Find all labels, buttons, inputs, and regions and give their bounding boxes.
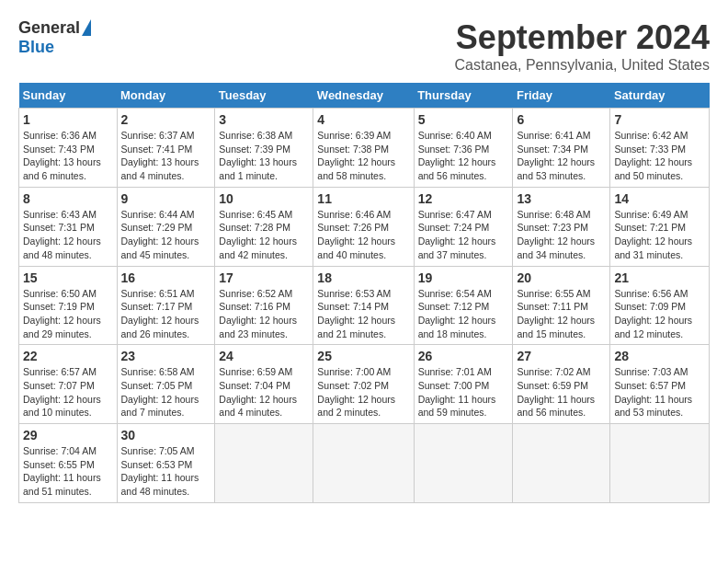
day-number: 15 <box>23 270 113 285</box>
day-info: Sunrise: 6:52 AM Sunset: 7:16 PM Dayligh… <box>219 287 309 341</box>
calendar-day-14: 14 Sunrise: 6:49 AM Sunset: 7:21 PM Dayl… <box>610 187 710 266</box>
day-info: Sunrise: 6:41 AM Sunset: 7:34 PM Dayligh… <box>517 129 606 183</box>
daylight-label: Daylight: 11 hours and 53 minutes. <box>614 394 692 419</box>
sunset-label: Sunset: 7:14 PM <box>317 301 389 312</box>
daylight-label: Daylight: 12 hours and 15 minutes. <box>517 315 595 339</box>
calendar-day-21: 21 Sunrise: 6:56 AM Sunset: 7:09 PM Dayl… <box>610 266 710 345</box>
calendar-day-22: 22 Sunrise: 6:57 AM Sunset: 7:07 PM Dayl… <box>19 345 118 424</box>
sunrise-label: Sunrise: 6:55 AM <box>517 288 590 299</box>
calendar-day-27: 27 Sunrise: 7:02 AM Sunset: 6:59 PM Dayl… <box>513 345 610 424</box>
sunrise-label: Sunrise: 6:45 AM <box>219 209 292 220</box>
day-number: 25 <box>317 349 409 363</box>
calendar-day-25: 25 Sunrise: 7:00 AM Sunset: 7:02 PM Dayl… <box>313 345 414 424</box>
calendar-day-1: 1 Sunrise: 6:36 AM Sunset: 7:43 PM Dayli… <box>19 109 118 188</box>
day-number: 1 <box>23 112 113 127</box>
calendar-empty-cell <box>513 424 610 503</box>
daylight-label: Daylight: 12 hours and 26 minutes. <box>121 315 199 339</box>
day-number: 10 <box>219 191 309 206</box>
day-info: Sunrise: 6:44 AM Sunset: 7:29 PM Dayligh… <box>121 208 211 262</box>
calendar-day-16: 16 Sunrise: 6:51 AM Sunset: 7:17 PM Dayl… <box>117 266 215 345</box>
day-number: 22 <box>23 349 113 363</box>
daylight-label: Daylight: 13 hours and 4 minutes. <box>121 156 199 181</box>
calendar-empty-cell <box>313 424 414 503</box>
calendar-table: Sunday Monday Tuesday Wednesday Thursday… <box>18 83 710 503</box>
day-number: 11 <box>317 191 409 206</box>
daylight-label: Daylight: 11 hours and 56 minutes. <box>517 394 595 419</box>
day-info: Sunrise: 7:02 AM Sunset: 6:59 PM Dayligh… <box>517 365 606 419</box>
day-number: 23 <box>121 349 211 363</box>
calendar-day-13: 13 Sunrise: 6:48 AM Sunset: 7:23 PM Dayl… <box>513 187 610 266</box>
sunrise-label: Sunrise: 6:37 AM <box>121 130 195 141</box>
sunrise-label: Sunrise: 6:59 AM <box>219 366 292 377</box>
daylight-label: Daylight: 12 hours and 10 minutes. <box>23 394 101 419</box>
day-number: 4 <box>317 112 409 127</box>
daylight-label: Daylight: 11 hours and 59 minutes. <box>418 394 496 419</box>
logo-general-text: General <box>18 18 80 38</box>
sunrise-label: Sunrise: 6:46 AM <box>317 209 391 220</box>
calendar-day-8: 8 Sunrise: 6:43 AM Sunset: 7:31 PM Dayli… <box>19 187 118 266</box>
sunrise-label: Sunrise: 6:47 AM <box>418 209 492 220</box>
day-number: 7 <box>614 112 705 127</box>
day-info: Sunrise: 6:40 AM Sunset: 7:36 PM Dayligh… <box>418 129 509 183</box>
day-number: 21 <box>614 270 705 285</box>
calendar-day-15: 15 Sunrise: 6:50 AM Sunset: 7:19 PM Dayl… <box>19 266 118 345</box>
location: Castanea, Pennsylvania, United States <box>455 57 711 74</box>
daylight-label: Daylight: 12 hours and 53 minutes. <box>517 156 595 181</box>
daylight-label: Daylight: 12 hours and 29 minutes. <box>23 315 101 339</box>
daylight-label: Daylight: 12 hours and 4 minutes. <box>219 394 297 419</box>
calendar-day-3: 3 Sunrise: 6:38 AM Sunset: 7:39 PM Dayli… <box>215 109 313 188</box>
daylight-label: Daylight: 12 hours and 7 minutes. <box>121 394 199 419</box>
daylight-label: Daylight: 11 hours and 51 minutes. <box>23 472 101 497</box>
day-info: Sunrise: 6:39 AM Sunset: 7:38 PM Dayligh… <box>317 129 409 183</box>
header-saturday: Saturday <box>610 83 710 109</box>
day-number: 29 <box>23 428 113 442</box>
day-info: Sunrise: 7:05 AM Sunset: 6:53 PM Dayligh… <box>121 444 211 499</box>
header-tuesday: Tuesday <box>215 83 313 109</box>
sunset-label: Sunset: 7:43 PM <box>23 144 95 155</box>
sunrise-label: Sunrise: 6:50 AM <box>23 288 97 299</box>
daylight-label: Daylight: 12 hours and 56 minutes. <box>418 156 496 181</box>
header-sunday: Sunday <box>19 83 118 109</box>
day-number: 3 <box>219 112 309 127</box>
sunset-label: Sunset: 7:26 PM <box>317 222 389 233</box>
calendar-day-19: 19 Sunrise: 6:54 AM Sunset: 7:12 PM Dayl… <box>414 266 513 345</box>
sunrise-label: Sunrise: 6:38 AM <box>219 130 292 141</box>
logo-triangle-icon <box>82 19 91 36</box>
sunset-label: Sunset: 7:07 PM <box>23 380 95 391</box>
sunset-label: Sunset: 7:24 PM <box>418 222 490 233</box>
day-info: Sunrise: 6:47 AM Sunset: 7:24 PM Dayligh… <box>418 208 509 262</box>
sunrise-label: Sunrise: 6:49 AM <box>614 209 688 220</box>
calendar-day-18: 18 Sunrise: 6:53 AM Sunset: 7:14 PM Dayl… <box>313 266 414 345</box>
sunset-label: Sunset: 7:38 PM <box>317 144 389 155</box>
sunset-label: Sunset: 7:17 PM <box>121 301 193 312</box>
sunset-label: Sunset: 7:23 PM <box>517 222 588 233</box>
sunset-label: Sunset: 7:28 PM <box>219 222 290 233</box>
day-info: Sunrise: 6:42 AM Sunset: 7:33 PM Dayligh… <box>614 129 705 183</box>
calendar-week-2: 8 Sunrise: 6:43 AM Sunset: 7:31 PM Dayli… <box>19 187 710 266</box>
header-friday: Friday <box>513 83 610 109</box>
day-number: 28 <box>614 349 705 363</box>
calendar-day-2: 2 Sunrise: 6:37 AM Sunset: 7:41 PM Dayli… <box>117 109 215 188</box>
day-number: 8 <box>23 191 113 206</box>
day-number: 20 <box>517 270 606 285</box>
sunrise-label: Sunrise: 6:53 AM <box>317 288 391 299</box>
daylight-label: Daylight: 11 hours and 48 minutes. <box>121 472 199 497</box>
day-number: 30 <box>121 428 211 442</box>
page-header: General Blue September 2024 Castanea, Pe… <box>18 18 710 74</box>
day-info: Sunrise: 6:48 AM Sunset: 7:23 PM Dayligh… <box>517 208 606 262</box>
daylight-label: Daylight: 12 hours and 40 minutes. <box>317 236 395 260</box>
day-number: 12 <box>418 191 509 206</box>
sunrise-label: Sunrise: 6:36 AM <box>23 130 97 141</box>
calendar-empty-cell <box>414 424 513 503</box>
day-info: Sunrise: 6:36 AM Sunset: 7:43 PM Dayligh… <box>23 129 113 183</box>
day-number: 17 <box>219 270 309 285</box>
day-number: 27 <box>517 349 606 363</box>
daylight-label: Daylight: 13 hours and 6 minutes. <box>23 156 101 181</box>
calendar-day-24: 24 Sunrise: 6:59 AM Sunset: 7:04 PM Dayl… <box>215 345 313 424</box>
sunrise-label: Sunrise: 6:43 AM <box>23 209 97 220</box>
sunset-label: Sunset: 6:55 PM <box>23 459 95 470</box>
day-info: Sunrise: 6:37 AM Sunset: 7:41 PM Dayligh… <box>121 129 211 183</box>
day-info: Sunrise: 6:45 AM Sunset: 7:28 PM Dayligh… <box>219 208 309 262</box>
calendar-day-28: 28 Sunrise: 7:03 AM Sunset: 6:57 PM Dayl… <box>610 345 710 424</box>
calendar-day-11: 11 Sunrise: 6:46 AM Sunset: 7:26 PM Dayl… <box>313 187 414 266</box>
